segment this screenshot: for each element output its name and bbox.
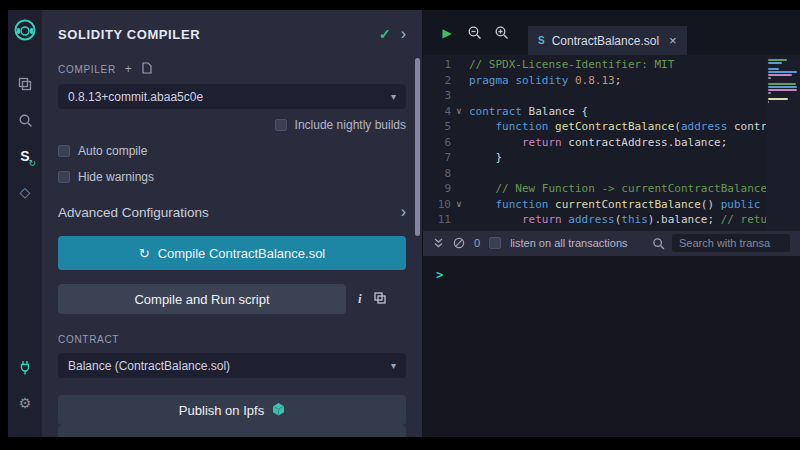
gutter-row: 7: [423, 150, 469, 166]
gutter-row: 4∨: [423, 104, 469, 120]
code-line[interactable]: }: [469, 150, 766, 166]
contract-section-label: CONTRACT: [58, 334, 119, 345]
fold-chevron-icon[interactable]: ∨: [451, 197, 467, 213]
run-script-play-button[interactable]: ▶: [436, 22, 458, 44]
nightly-builds-row: Include nightly builds: [58, 118, 406, 132]
zoom-in-icon[interactable]: [490, 22, 512, 44]
zoom-out-icon[interactable]: [463, 22, 485, 44]
panel-header: SOLIDITY COMPILER ✓ ›: [58, 26, 406, 42]
minimap[interactable]: [766, 57, 800, 230]
code-area[interactable]: // SPDX-License-Identifier: MITpragma so…: [469, 57, 766, 230]
solidity-compiler-panel: SOLIDITY COMPILER ✓ › COMPILER + 0.8.13+…: [42, 10, 422, 437]
minimap-line: [768, 68, 779, 70]
clone-icon[interactable]: [8, 66, 42, 102]
terminal-toolbar: 0 listen on all transactions: [423, 230, 800, 256]
contract-section: CONTRACT: [58, 334, 406, 345]
terminal-search-input[interactable]: [672, 234, 790, 252]
compile-button[interactable]: ↻ Compile ContractBalance.sol: [58, 236, 406, 270]
fold-spacer: [451, 212, 467, 228]
clear-console-icon[interactable]: [453, 237, 465, 249]
code-line[interactable]: [469, 88, 766, 104]
code-line[interactable]: function getContractBalance(address cont…: [469, 119, 766, 135]
minimap-line: [768, 98, 788, 100]
add-compiler-icon[interactable]: +: [125, 63, 133, 75]
gutter-row: 6: [423, 135, 469, 151]
advanced-configurations-toggle[interactable]: Advanced Configurations ›: [58, 204, 406, 220]
listen-transactions-label: listen on all transactions: [510, 237, 627, 249]
code-line[interactable]: pragma solidity 0.8.13;: [469, 73, 766, 89]
copy-icon[interactable]: [374, 290, 386, 308]
ipfs-icon: [272, 402, 285, 419]
fold-spacer: [451, 150, 467, 166]
advanced-configurations-label: Advanced Configurations: [58, 205, 209, 220]
code-line[interactable]: return address(this).balance; // return: [469, 212, 766, 228]
compile-button-label: Compile ContractBalance.sol: [158, 246, 326, 261]
gutter-row: 1: [423, 57, 469, 73]
code-line[interactable]: function currentContractBalance() public…: [469, 197, 766, 213]
partial-bottom-button[interactable]: [58, 425, 406, 437]
hide-warnings-row: Hide warnings: [58, 170, 406, 184]
fold-spacer: [451, 73, 467, 89]
panel-title: SOLIDITY COMPILER: [58, 27, 369, 42]
panel-scrollbar[interactable]: [415, 58, 420, 236]
chevron-down-icon: ▾: [391, 91, 396, 102]
nightly-builds-label: Include nightly builds: [295, 118, 406, 132]
settings-gear-icon[interactable]: ⚙: [8, 385, 42, 421]
compiler-file-icon[interactable]: [142, 62, 152, 76]
fold-spacer: [451, 57, 467, 73]
publish-ipfs-button[interactable]: Publish on Ipfs: [58, 395, 406, 425]
code-line[interactable]: // SPDX-License-Identifier: MIT: [469, 57, 766, 73]
remix-logo[interactable]: [13, 18, 37, 42]
code-editor: 1234∨5678910∨1112131415 // SPDX-License-…: [423, 55, 800, 230]
terminal-prompt: >: [436, 268, 443, 282]
gutter-row: 3: [423, 88, 469, 104]
auto-compile-label: Auto compile: [78, 144, 147, 158]
expand-terminal-icon[interactable]: [433, 237, 444, 249]
editor-column: ▶ S: [422, 10, 800, 437]
editor-gutter: 1234∨5678910∨1112131415: [423, 57, 469, 230]
remix-app-window: S ↻ ◇ ⚙ SOLIDITY COMPILER: [8, 10, 800, 437]
gutter-row: 5: [423, 119, 469, 135]
minimap-line: [768, 77, 771, 79]
auto-compile-checkbox[interactable]: [58, 145, 70, 157]
compile-and-run-button[interactable]: Compile and Run script: [58, 284, 346, 314]
hide-warnings-checkbox[interactable]: [58, 171, 70, 183]
minimap-line: [768, 71, 797, 73]
screen-frame: S ↻ ◇ ⚙ SOLIDITY COMPILER: [0, 0, 800, 450]
compiler-section: COMPILER +: [58, 62, 406, 76]
minimap-line: [768, 83, 796, 85]
deploy-run-icon[interactable]: ◇: [8, 174, 42, 210]
compile-success-check-icon: ✓: [379, 26, 391, 42]
solidity-compiler-icon[interactable]: S ↻: [8, 138, 42, 174]
compiler-section-label: COMPILER: [58, 64, 116, 75]
panel-collapse-chevron-icon[interactable]: ›: [401, 26, 406, 42]
auto-compile-row: Auto compile: [58, 144, 406, 158]
publish-ipfs-label: Publish on Ipfs: [179, 403, 264, 418]
compiler-version-select[interactable]: 0.8.13+commit.abaa5c0e ▾: [58, 84, 406, 109]
search-icon[interactable]: [8, 102, 42, 138]
gutter-row: 12: [423, 228, 469, 230]
nightly-builds-checkbox[interactable]: [275, 119, 287, 131]
refresh-icon: ↻: [139, 246, 150, 261]
code-line[interactable]: }: [469, 228, 766, 230]
minimap-line: [768, 59, 787, 61]
fold-chevron-icon[interactable]: ∨: [451, 104, 467, 120]
contract-select[interactable]: Balance (ContractBalance.sol) ▾: [58, 353, 406, 378]
rail-bottom-group: ⚙: [8, 349, 42, 421]
code-line[interactable]: contract Balance {: [469, 104, 766, 120]
fold-spacer: [451, 228, 467, 230]
hide-warnings-label: Hide warnings: [78, 170, 154, 184]
minimap-line: [768, 62, 782, 64]
listen-transactions-checkbox[interactable]: [489, 237, 501, 249]
info-icon[interactable]: i: [358, 291, 362, 307]
code-line[interactable]: return contractAddress.balance;: [469, 135, 766, 151]
tab-contractbalance[interactable]: S ContractBalance.sol ×: [528, 26, 687, 55]
search-icon: [652, 237, 665, 250]
code-line[interactable]: [469, 166, 766, 182]
code-line[interactable]: // New Function -> currentContractBalanc…: [469, 181, 766, 197]
plug-icon[interactable]: [8, 349, 42, 385]
close-icon[interactable]: ×: [669, 33, 677, 48]
fold-spacer: [451, 88, 467, 104]
terminal-output[interactable]: >: [423, 256, 800, 438]
gutter-row: 11: [423, 212, 469, 228]
